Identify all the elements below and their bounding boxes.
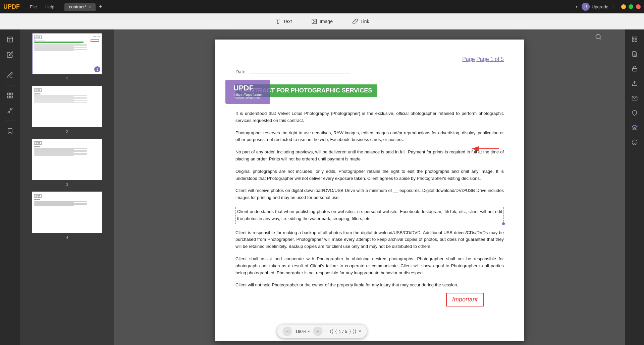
thumbnail-image-3[interactable]: UPDF SECTION 3 bbox=[32, 139, 102, 180]
thumbnail-panel: UPDF Page 1 of 5 Date: _______________ 1 bbox=[20, 29, 114, 345]
tab-contract[interactable]: contract* × bbox=[64, 3, 96, 11]
svg-rect-2 bbox=[8, 37, 13, 42]
right-icon-mail[interactable] bbox=[628, 92, 641, 105]
zoom-dropdown-arrow[interactable]: ▾ bbox=[308, 329, 310, 334]
title-bar-right: ▾ U Upgrade | bbox=[576, 3, 641, 11]
svg-rect-17 bbox=[632, 40, 634, 42]
resize-handle[interactable] bbox=[502, 222, 505, 225]
important-annotation[interactable]: Important bbox=[446, 293, 484, 306]
menu-help[interactable]: Help bbox=[42, 3, 58, 11]
paragraph-5-wrapper: Client will receive photos on digital do… bbox=[235, 187, 504, 201]
svg-rect-15 bbox=[632, 37, 634, 39]
page-header: Page Page 1 of 5 bbox=[235, 56, 504, 62]
minimize-button[interactable] bbox=[621, 4, 626, 9]
contract-title: CONTRACT FOR PHOTOGRAPHIC SERVICES bbox=[235, 84, 377, 97]
svg-line-9 bbox=[8, 111, 10, 113]
close-button[interactable] bbox=[636, 4, 641, 9]
sidebar-divider-2 bbox=[5, 85, 15, 85]
page-current: 1 bbox=[339, 329, 341, 334]
page-prev-button[interactable]: ⟨ bbox=[335, 329, 337, 334]
right-sidebar bbox=[625, 29, 644, 345]
image-tool[interactable]: Image bbox=[307, 16, 337, 26]
text-tool-label: Text bbox=[283, 19, 292, 24]
thumbnail-image-4[interactable]: UPDF SECTION 4 bbox=[32, 192, 102, 233]
right-icon-ocr[interactable] bbox=[628, 48, 641, 60]
menu-file[interactable]: File bbox=[26, 3, 40, 11]
title-wrapper: CONTRACT FOR PHOTOGRAPHIC SERVICES bbox=[235, 84, 504, 104]
right-icon-lock[interactable] bbox=[628, 62, 641, 75]
thumbnail-page-3[interactable]: UPDF SECTION 3 3 bbox=[23, 139, 111, 187]
left-sidebar bbox=[0, 29, 20, 345]
page-total: 5 bbox=[345, 329, 347, 334]
paragraph-1: It is understood that Velvet Lotus Photo… bbox=[235, 110, 504, 124]
zoom-in-button[interactable]: + bbox=[313, 327, 323, 336]
thumbnail-page-4[interactable]: UPDF SECTION 4 4 bbox=[23, 192, 111, 240]
thumbnail-num-3: 3 bbox=[66, 182, 68, 187]
important-text: Important bbox=[452, 296, 478, 303]
tab-close-button[interactable]: × bbox=[89, 5, 91, 9]
svg-line-12 bbox=[600, 38, 601, 40]
right-icon-grid[interactable] bbox=[628, 33, 641, 46]
paragraph-7: Client is responsible for making a backu… bbox=[235, 229, 504, 250]
paragraph-5: Client will receive photos on digital do… bbox=[235, 187, 504, 201]
page-next-button[interactable]: ⟩ bbox=[349, 329, 351, 334]
paragraph-2: Photographer reserves the right to use n… bbox=[235, 130, 504, 144]
paragraph-8: Client shall assist and cooperate with P… bbox=[235, 256, 504, 276]
svg-rect-7 bbox=[8, 96, 10, 98]
close-nav-button[interactable]: × bbox=[358, 328, 361, 334]
right-icon-export[interactable] bbox=[628, 77, 641, 90]
app-logo: UPDF bbox=[3, 3, 20, 10]
sidebar-icon-bookmark[interactable] bbox=[3, 124, 17, 138]
upgrade-button[interactable]: U Upgrade bbox=[582, 3, 608, 11]
pdf-page: UPDF https://updf.com WWW.UPDF.COM Page … bbox=[215, 40, 524, 341]
thumbnail-num-4: 4 bbox=[66, 235, 68, 240]
dropdown-arrow-icon[interactable]: ▾ bbox=[576, 4, 578, 9]
menu-bar: File Help bbox=[26, 3, 58, 11]
selected-paragraph-6[interactable]: Client understands that when publishing … bbox=[235, 207, 504, 224]
main-layout: UPDF Page 1 of 5 Date: _______________ 1 bbox=[0, 29, 644, 345]
page-first-button[interactable]: ⟨⟨ bbox=[330, 329, 333, 334]
upgrade-label: Upgrade bbox=[592, 4, 608, 9]
user-avatar: U bbox=[582, 3, 590, 11]
svg-line-10 bbox=[11, 108, 13, 110]
svg-rect-21 bbox=[632, 68, 637, 71]
thumbnail-image-1[interactable]: UPDF Page 1 of 5 Date: _______________ 1 bbox=[32, 33, 102, 74]
page-nav-indicator: 1 / 5 bbox=[339, 329, 347, 334]
svg-marker-23 bbox=[632, 125, 637, 128]
thumbnail-page-1[interactable]: UPDF Page 1 of 5 Date: _______________ 1 bbox=[23, 33, 111, 81]
paragraph-6: Client understands that when publishing … bbox=[237, 208, 502, 222]
right-icon-layers[interactable] bbox=[628, 121, 641, 134]
right-icon-sign[interactable] bbox=[628, 107, 641, 119]
tab-add-button[interactable]: + bbox=[99, 3, 102, 10]
sidebar-icon-organize[interactable] bbox=[3, 89, 17, 102]
paragraph-9: Client will not hold Photographer or the… bbox=[235, 282, 504, 289]
bottom-toolbar: − 160% ▾ + ⟨⟨ ⟨ 1 / 5 ⟩ ⟩⟩ × bbox=[277, 324, 367, 338]
thumbnail-num-1: 1 bbox=[66, 76, 68, 81]
sidebar-icon-annotations[interactable] bbox=[3, 68, 17, 82]
zoom-out-button[interactable]: − bbox=[283, 327, 292, 336]
thumbnail-image-2[interactable]: UPDF SECTION 2 bbox=[32, 86, 102, 127]
edit-toolbar: Text Image Link bbox=[0, 13, 644, 29]
search-icon[interactable] bbox=[595, 33, 602, 42]
svg-point-24 bbox=[632, 140, 637, 145]
right-icon-smile[interactable] bbox=[628, 136, 641, 149]
svg-rect-6 bbox=[11, 93, 13, 95]
sidebar-divider-1 bbox=[5, 65, 15, 65]
paragraph-4: Original photographs are not included, o… bbox=[235, 168, 504, 182]
paragraph-2-wrapper: Photographer reserves the right to use n… bbox=[235, 130, 504, 144]
sidebar-icon-edit[interactable] bbox=[3, 48, 17, 61]
date-label: Date: bbox=[235, 69, 247, 74]
svg-rect-18 bbox=[635, 40, 637, 42]
page-last-button[interactable]: ⟩⟩ bbox=[353, 329, 356, 334]
link-tool[interactable]: Link bbox=[347, 16, 374, 26]
title-bar: UPDF File Help contract* × + ▾ U Upgrade… bbox=[0, 0, 644, 13]
sidebar-icon-pages[interactable] bbox=[3, 33, 17, 46]
date-line: Date: bbox=[235, 69, 504, 74]
thumbnail-page-2[interactable]: UPDF SECTION 2 2 bbox=[23, 86, 111, 134]
page-indicator: Page Page 1 of 5 bbox=[462, 56, 504, 62]
link-icon bbox=[352, 18, 358, 24]
sidebar-icon-compress[interactable] bbox=[3, 104, 17, 117]
text-tool[interactable]: Text bbox=[270, 16, 297, 26]
page-of-text: Page 1 of 5 bbox=[476, 56, 504, 62]
maximize-button[interactable] bbox=[629, 4, 633, 9]
